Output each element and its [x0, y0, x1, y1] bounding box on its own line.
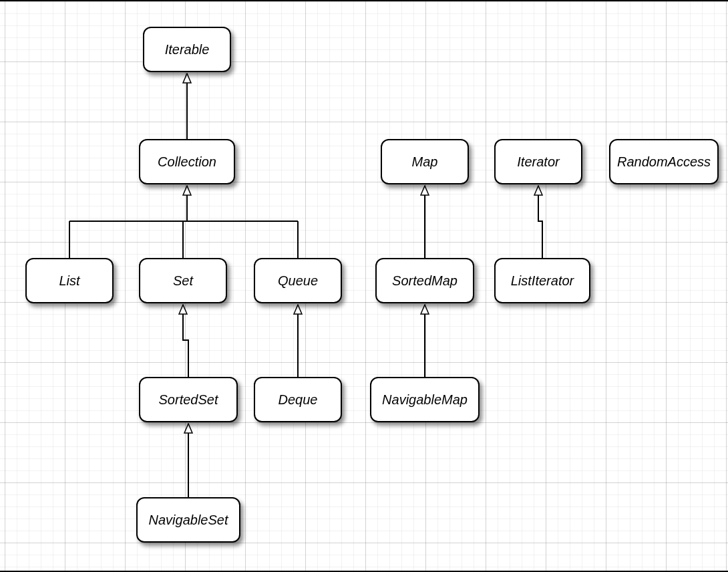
- node-navigableset: NavigableSet: [136, 497, 240, 543]
- node-label: ListIterator: [511, 273, 574, 289]
- diagram-canvas: Iterable Collection Map Iterator RandomA…: [0, 0, 728, 572]
- node-label: Set: [173, 273, 193, 289]
- node-label: Iterator: [517, 154, 559, 170]
- node-randomaccess: RandomAccess: [609, 139, 719, 184]
- node-label: SortedSet: [159, 392, 218, 408]
- node-sortedset: SortedSet: [139, 377, 238, 422]
- node-queue: Queue: [254, 258, 342, 303]
- node-list: List: [25, 258, 114, 303]
- node-label: Collection: [158, 154, 216, 170]
- node-navigablemap: NavigableMap: [370, 377, 480, 422]
- node-label: SortedMap: [392, 273, 458, 289]
- node-label: List: [59, 273, 79, 289]
- node-deque: Deque: [254, 377, 342, 422]
- node-sortedmap: SortedMap: [375, 258, 474, 303]
- node-listiterator: ListIterator: [494, 258, 590, 303]
- node-collection: Collection: [139, 139, 235, 184]
- node-label: NavigableSet: [149, 513, 228, 528]
- node-label: Iterable: [165, 42, 210, 57]
- node-map: Map: [381, 139, 469, 184]
- connector: [538, 186, 542, 258]
- node-iterable: Iterable: [143, 27, 231, 72]
- node-label: RandomAccess: [617, 154, 711, 170]
- node-label: Deque: [279, 392, 318, 408]
- node-label: Map: [412, 154, 438, 170]
- connector: [183, 305, 188, 377]
- node-set: Set: [139, 258, 227, 303]
- node-iterator: Iterator: [494, 139, 582, 184]
- node-label: Queue: [278, 273, 318, 289]
- node-label: NavigableMap: [382, 392, 468, 408]
